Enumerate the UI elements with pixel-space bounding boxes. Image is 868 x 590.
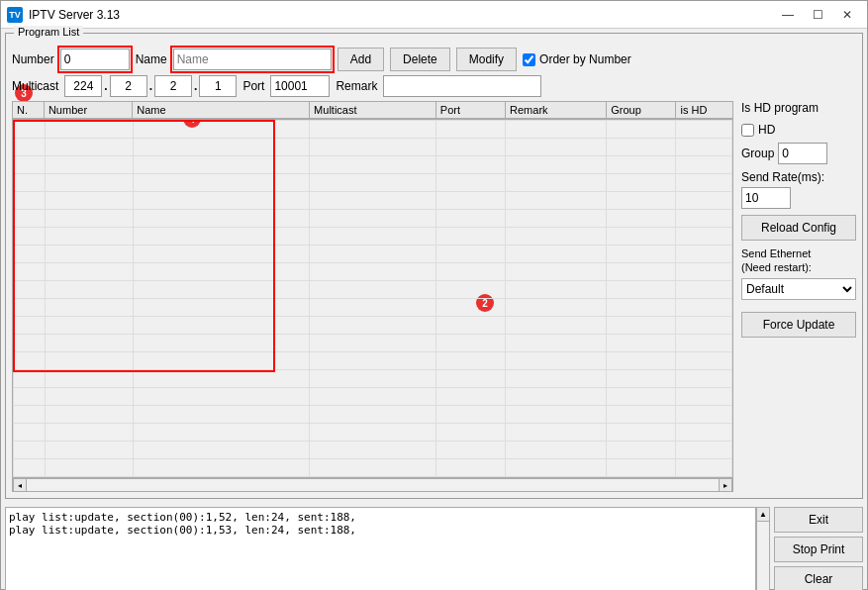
log-line-1: play list:update, section(00):1,52, len:… — [9, 511, 752, 524]
data-table: N. Number Name Multicast Port Remark Gro… — [12, 101, 733, 119]
delete-button[interactable]: Delete — [390, 48, 450, 71]
hd-checkbox[interactable] — [741, 124, 754, 137]
group-label: Group — [741, 147, 774, 160]
clear-button[interactable]: Clear — [774, 566, 863, 590]
log-area[interactable]: play list:update, section(00):1,52, len:… — [5, 507, 756, 590]
table-row[interactable] — [14, 299, 732, 317]
multicast-p4[interactable] — [199, 75, 237, 97]
col-port: Port — [435, 102, 505, 119]
col-hd: is HD — [676, 102, 733, 119]
table-body-rows — [14, 121, 732, 477]
table-row[interactable] — [14, 228, 732, 246]
table-row[interactable] — [14, 406, 732, 424]
horizontal-scrollbar[interactable]: ◂ ▸ — [12, 478, 733, 492]
ethernet-select[interactable]: Default — [741, 278, 856, 300]
group-field-row: Group — [741, 143, 856, 164]
multicast-inputs: . . . — [64, 75, 237, 97]
right-panel: Is HD program HD Group Send Rate(ms): Re… — [737, 101, 856, 492]
table-area: N. Number Name Multicast Port Remark Gro… — [12, 101, 733, 492]
name-input[interactable] — [173, 49, 332, 70]
col-name: Name — [133, 102, 310, 119]
scroll-thumb-area[interactable] — [757, 522, 769, 590]
scroll-up-arrow[interactable]: ▲ — [757, 508, 769, 522]
table-row[interactable] — [14, 156, 732, 174]
order-by-number-wrapper: Order by Number — [523, 52, 631, 66]
table-row[interactable] — [14, 442, 732, 459]
table-row[interactable] — [14, 281, 732, 299]
log-line-2: play list:update, section(00):1,53, len:… — [9, 524, 752, 537]
table-row[interactable] — [14, 424, 732, 442]
program-list-group: Program List Number Name Add Delete Modi… — [5, 33, 863, 499]
body-area: N. Number Name Multicast Port Remark Gro… — [12, 101, 856, 492]
log-wrapper: play list:update, section(00):1,52, len:… — [5, 507, 770, 590]
group-input[interactable] — [778, 143, 827, 164]
table-header: N. Number Name Multicast Port Remark Gro… — [13, 102, 733, 119]
reload-config-button[interactable]: Reload Config — [741, 215, 856, 241]
title-bar: TV IPTV Server 3.13 — ☐ ✕ — [1, 1, 867, 29]
hd-label: HD — [758, 123, 775, 137]
send-ethernet-section: Send Ethernet (Need restart): Default — [741, 246, 856, 300]
toolbar-row1: Number Name Add Delete Modify Order by N… — [12, 48, 856, 71]
table-row[interactable] — [14, 139, 732, 156]
title-bar-left: TV IPTV Server 3.13 — [7, 7, 120, 23]
table-row[interactable] — [14, 317, 732, 335]
table-row[interactable] — [14, 459, 732, 477]
modify-button[interactable]: Modify — [456, 48, 517, 71]
table-row[interactable] — [14, 370, 732, 388]
minimize-button[interactable]: — — [774, 5, 802, 25]
multicast-p3[interactable] — [154, 75, 192, 97]
bottom-area: play list:update, section(00):1,52, len:… — [5, 507, 863, 590]
app-icon: TV — [7, 7, 23, 23]
table-row[interactable] — [14, 263, 732, 281]
log-scrollbar[interactable]: ▲ ▼ — [756, 507, 770, 590]
dot2: . — [149, 79, 152, 93]
header-row: N. Number Name Multicast Port Remark Gro… — [13, 102, 733, 119]
add-button[interactable]: Add — [338, 48, 384, 71]
hd-checkbox-row: HD — [741, 123, 856, 137]
col-multicast: Multicast — [310, 102, 436, 119]
dot3: . — [194, 79, 197, 93]
force-update-button[interactable]: Force Update — [741, 312, 856, 338]
number-input[interactable] — [60, 49, 130, 70]
remark-input[interactable] — [383, 75, 541, 97]
multicast-p2[interactable] — [110, 75, 147, 97]
scroll-track[interactable] — [27, 479, 719, 491]
send-rate-input[interactable] — [741, 187, 791, 209]
col-n: N. — [13, 102, 45, 119]
table-scroll-area — [12, 119, 733, 478]
scroll-left-arrow[interactable]: ◂ — [13, 478, 27, 492]
table-row[interactable] — [14, 174, 732, 192]
table-row[interactable] — [14, 388, 732, 406]
table-row[interactable] — [14, 335, 732, 352]
hd-program-label: Is HD program — [741, 101, 856, 115]
main-window: TV IPTV Server 3.13 — ☐ ✕ 3 4 5 2 Progra… — [0, 0, 868, 590]
stop-print-button[interactable]: Stop Print — [774, 537, 863, 562]
remark-label: Remark — [336, 79, 377, 93]
send-rate-label: Send Rate(ms): — [741, 170, 856, 184]
program-list-label: Program List — [14, 26, 83, 38]
main-content: 3 4 5 2 Program List Number Name Add Del… — [1, 29, 867, 590]
col-group: Group — [607, 102, 676, 119]
table-row[interactable] — [14, 352, 732, 370]
table-body-scroll[interactable] — [13, 120, 732, 477]
table-row[interactable] — [14, 246, 732, 263]
send-rate-section: Send Rate(ms): — [741, 170, 856, 209]
window-title: IPTV Server 3.13 — [29, 8, 120, 22]
number-label: Number — [12, 52, 54, 66]
exit-button[interactable]: Exit — [774, 507, 863, 533]
scroll-right-arrow[interactable]: ▸ — [719, 478, 732, 492]
col-number: Number — [44, 102, 132, 119]
maximize-button[interactable]: ☐ — [804, 5, 831, 25]
multicast-label: Multicast — [12, 79, 58, 93]
table-row[interactable] — [14, 192, 732, 210]
close-button[interactable]: ✕ — [833, 5, 861, 25]
port-input[interactable] — [270, 75, 330, 97]
table-row[interactable] — [14, 210, 732, 228]
order-by-number-label: Order by Number — [539, 52, 631, 66]
order-by-number-checkbox[interactable] — [523, 53, 535, 66]
side-buttons: Exit Stop Print Clear — [774, 507, 863, 590]
col-remark: Remark — [506, 102, 607, 119]
table-row[interactable] — [14, 121, 732, 139]
multicast-p1[interactable] — [64, 75, 102, 97]
send-ethernet-label: Send Ethernet (Need restart): — [741, 246, 856, 275]
